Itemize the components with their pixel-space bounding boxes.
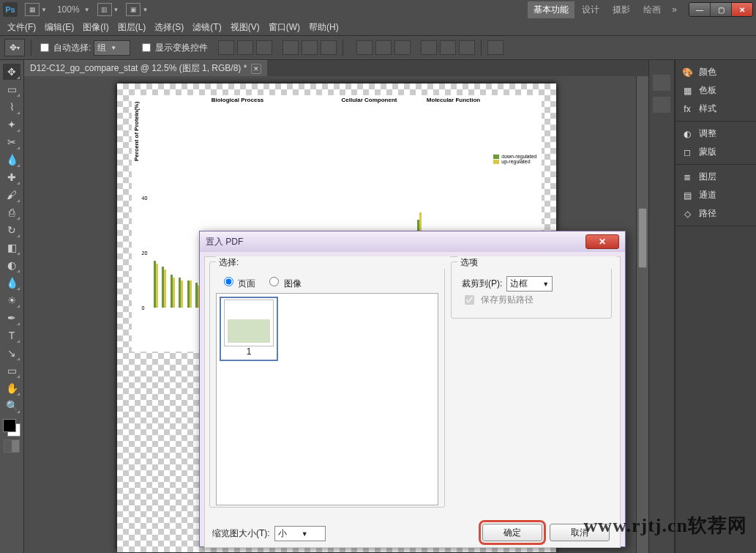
distribute-icon[interactable] bbox=[459, 40, 475, 55]
path-select-tool[interactable]: ↘ bbox=[3, 345, 20, 361]
distribute-icon[interactable] bbox=[394, 40, 411, 55]
healing-tool[interactable]: ✚ bbox=[3, 169, 20, 185]
thumb-size-value: 小 bbox=[278, 527, 287, 540]
menu-item[interactable]: 窗口(W) bbox=[264, 20, 304, 35]
pdf-page-thumbnail[interactable]: 1 bbox=[220, 297, 278, 361]
eraser-tool[interactable]: ◧ bbox=[3, 240, 20, 256]
panel-icon: fx bbox=[680, 103, 695, 115]
align-icon[interactable] bbox=[321, 40, 337, 55]
rect-marquee-tool[interactable]: ▭ bbox=[3, 81, 20, 97]
panel-label: 通道 bbox=[699, 189, 716, 201]
pdf-thumbnail-list[interactable]: 1 bbox=[216, 293, 438, 505]
arrange-icon[interactable]: ▥ bbox=[97, 3, 112, 16]
workspace-button[interactable]: 摄影 bbox=[607, 1, 636, 18]
panel-tab-色板[interactable]: ▦色板 bbox=[678, 81, 753, 100]
workspace-button[interactable]: 设计 bbox=[576, 1, 605, 18]
radio-page[interactable]: 页面 bbox=[220, 275, 255, 290]
panel-tab-颜色[interactable]: 🎨颜色 bbox=[678, 63, 753, 81]
show-transform-checkbox[interactable]: 显示变换控件 bbox=[139, 41, 208, 54]
menu-item[interactable]: 图层(L) bbox=[113, 20, 151, 35]
current-tool-thumb[interactable]: ✥▾ bbox=[4, 39, 25, 56]
dock-icon[interactable] bbox=[653, 97, 670, 113]
minimize-button[interactable]: — bbox=[689, 3, 710, 16]
panel-group-1: 🎨颜色▦色板fx样式 bbox=[675, 60, 756, 122]
distribute-icon[interactable] bbox=[375, 40, 392, 55]
vertical-scrollbar[interactable] bbox=[636, 76, 648, 553]
eyedropper-tool[interactable]: 💧 bbox=[3, 152, 20, 168]
panel-tab-蒙版[interactable]: ◻蒙版 bbox=[678, 143, 753, 161]
options-fieldset-label: 选项 bbox=[457, 256, 617, 269]
menu-item[interactable]: 帮助(H) bbox=[304, 20, 343, 35]
panel-label: 颜色 bbox=[699, 66, 716, 78]
menu-item[interactable]: 图像(I) bbox=[78, 20, 113, 35]
dialog-titlebar[interactable]: 置入 PDF ✕ bbox=[200, 231, 625, 252]
magic-wand-tool[interactable]: ✦ bbox=[3, 116, 20, 133]
stamp-tool[interactable]: ⎙ bbox=[3, 204, 20, 220]
panel-tab-通道[interactable]: ▤通道 bbox=[678, 186, 753, 204]
show-transform-label: 显示变换控件 bbox=[155, 42, 208, 54]
align-icon[interactable] bbox=[237, 40, 253, 55]
show-transform-input[interactable] bbox=[142, 43, 151, 52]
keep-clip-checkbox bbox=[465, 295, 474, 305]
workspace-button[interactable]: 绘画 bbox=[637, 1, 667, 18]
panel-icon: ▤ bbox=[680, 190, 695, 201]
panel-tab-样式[interactable]: fx样式 bbox=[678, 100, 753, 118]
align-icon[interactable] bbox=[282, 40, 299, 55]
watermark-text: www.rjtj.cn软荐网 bbox=[584, 513, 747, 538]
menu-item[interactable]: 文件(F) bbox=[3, 20, 40, 35]
move-tool[interactable]: ✥ bbox=[3, 64, 20, 80]
screenmode-icon[interactable]: ▣ bbox=[126, 3, 141, 16]
gradient-tool[interactable]: ◐ bbox=[3, 257, 20, 273]
crop-to-dropdown[interactable]: 边框▼ bbox=[506, 276, 553, 292]
bridge-icon[interactable]: ▦ bbox=[25, 3, 40, 16]
auto-select-input[interactable] bbox=[40, 43, 49, 52]
workspace-button[interactable]: 基本功能 bbox=[528, 1, 575, 18]
distribute-icon[interactable] bbox=[421, 40, 437, 55]
panel-icon: 🎨 bbox=[680, 67, 695, 78]
maximize-button[interactable]: ▢ bbox=[710, 3, 732, 16]
ok-button[interactable]: 确定 bbox=[482, 524, 542, 541]
radio-page-input[interactable] bbox=[224, 277, 233, 286]
panel-tab-图层[interactable]: ≣图层 bbox=[678, 168, 753, 186]
menu-item[interactable]: 滤镜(T) bbox=[188, 20, 225, 35]
document-tab[interactable]: D12-C12_go_compare_stat @ 12.5% (图层 1, R… bbox=[24, 60, 267, 76]
blur-tool[interactable]: 💧 bbox=[3, 275, 20, 291]
auto-select-target-dropdown[interactable]: 组▼ bbox=[94, 40, 130, 56]
panel-tab-路径[interactable]: ◇路径 bbox=[678, 204, 753, 223]
radio-image[interactable]: 图像 bbox=[266, 275, 301, 290]
align-icons-group bbox=[218, 40, 337, 55]
close-button[interactable]: ✕ bbox=[732, 3, 752, 16]
history-brush-tool[interactable]: ↻ bbox=[3, 222, 20, 238]
type-tool[interactable]: T bbox=[3, 327, 20, 344]
zoom-tool[interactable]: 🔍 bbox=[3, 398, 20, 414]
dialog-close-button[interactable]: ✕ bbox=[585, 234, 619, 249]
pen-tool[interactable]: ✒ bbox=[3, 310, 20, 326]
align-icon[interactable] bbox=[302, 40, 318, 55]
panel-tab-调整[interactable]: ◐调整 bbox=[678, 125, 753, 143]
align-icon[interactable] bbox=[256, 40, 272, 55]
brush-tool[interactable]: 🖌 bbox=[3, 187, 20, 203]
hand-tool[interactable]: ✋ bbox=[3, 380, 20, 396]
menu-item[interactable]: 视图(V) bbox=[226, 20, 264, 35]
quickmask-toggle[interactable] bbox=[4, 439, 20, 453]
thumb-size-dropdown[interactable]: 小▼ bbox=[274, 526, 326, 541]
misc-icon[interactable] bbox=[487, 40, 504, 55]
menu-item[interactable]: 选择(S) bbox=[150, 20, 188, 35]
workspace-more[interactable]: » bbox=[667, 4, 681, 15]
menu-item[interactable]: 编辑(E) bbox=[40, 20, 78, 35]
crop-tool[interactable]: ✂ bbox=[3, 134, 20, 150]
scrollbar-thumb[interactable] bbox=[638, 208, 647, 268]
distribute-icon[interactable] bbox=[440, 40, 456, 55]
lasso-tool[interactable]: ⌇ bbox=[3, 99, 20, 115]
dodge-tool[interactable]: ☀ bbox=[3, 292, 20, 308]
color-swatch[interactable] bbox=[3, 419, 20, 437]
tab-close-icon[interactable]: ✕ bbox=[251, 64, 261, 74]
distribute-icon[interactable] bbox=[356, 40, 373, 55]
dock-icon[interactable] bbox=[653, 75, 670, 91]
panel-icon: ≣ bbox=[680, 171, 695, 183]
auto-select-checkbox[interactable]: 自动选择: bbox=[37, 41, 91, 54]
align-icon[interactable] bbox=[218, 40, 234, 55]
panel-icon: ◻ bbox=[680, 146, 695, 158]
rectangle-tool[interactable]: ▭ bbox=[3, 363, 20, 379]
radio-image-input[interactable] bbox=[269, 277, 279, 286]
